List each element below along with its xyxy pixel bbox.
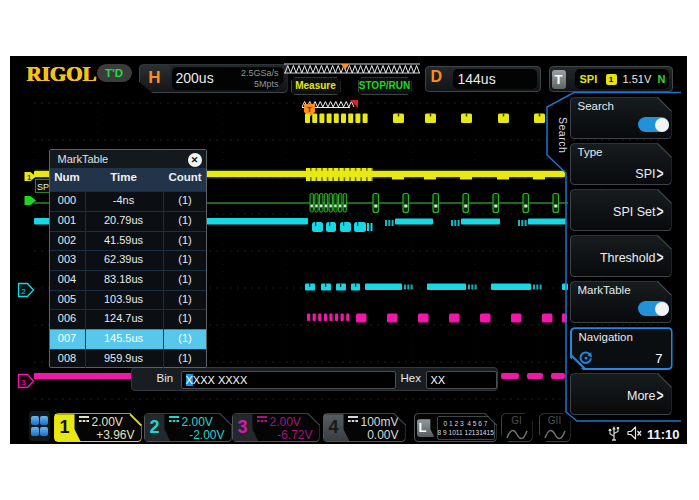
svg-text:1: 1	[26, 173, 30, 182]
svg-text:T: T	[307, 105, 312, 114]
svg-text:2: 2	[21, 287, 26, 296]
svg-text:3: 3	[21, 378, 26, 387]
